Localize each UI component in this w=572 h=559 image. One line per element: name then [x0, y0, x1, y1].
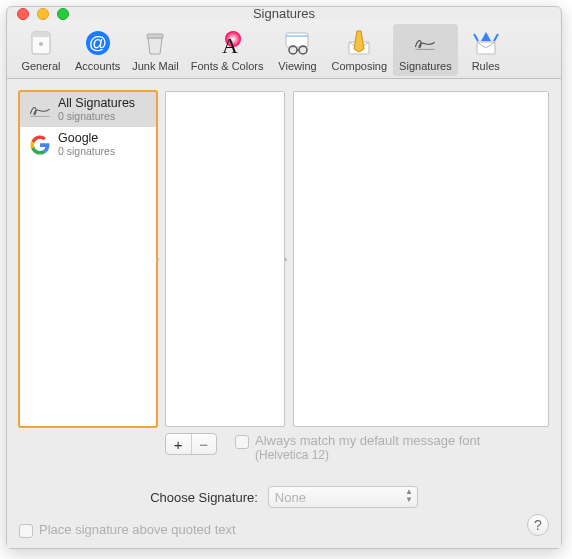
svg-rect-1 [32, 32, 50, 37]
general-icon [24, 26, 58, 60]
account-name: Google [58, 132, 115, 146]
help-button[interactable]: ? [527, 514, 549, 536]
tab-label: Viewing [278, 60, 316, 72]
fonts-colors-icon: A [210, 26, 244, 60]
account-text: All Signatures 0 signatures [58, 97, 135, 122]
rules-icon [469, 26, 503, 60]
tab-fonts-colors[interactable]: A Fonts & Colors [185, 24, 270, 76]
tab-composing[interactable]: Composing [325, 24, 393, 76]
minimize-window-button[interactable] [37, 8, 49, 20]
remove-signature-button[interactable]: − [192, 434, 217, 454]
choose-signature-select[interactable]: None ▲▼ [268, 486, 418, 508]
pencil-icon [342, 26, 376, 60]
tab-rules[interactable]: Rules [458, 24, 514, 76]
tab-signatures[interactable]: Signatures [393, 24, 458, 76]
choose-signature-value: None [275, 490, 306, 505]
preferences-window: Signatures General @ Accounts Junk Mail [6, 6, 562, 549]
svg-rect-8 [286, 33, 308, 47]
tab-label: General [21, 60, 60, 72]
match-font-checkbox[interactable] [235, 435, 249, 449]
svg-text:@: @ [88, 33, 106, 53]
signature-list-panel[interactable]: • [165, 91, 285, 427]
tab-label: Signatures [399, 60, 452, 72]
svg-text:A: A [222, 33, 238, 58]
close-window-button[interactable] [17, 8, 29, 20]
window-controls [7, 8, 69, 20]
signature-scribble-icon [28, 98, 52, 122]
window-title: Signatures [7, 6, 561, 21]
resize-handle-icon[interactable]: • [284, 249, 290, 269]
content-area: All Signatures 0 signatures Google 0 sig… [7, 79, 561, 548]
choose-signature-label: Choose Signature: [150, 490, 258, 505]
viewing-icon [280, 26, 314, 60]
place-above-label: Place signature above quoted text [39, 522, 236, 537]
place-above-checkbox-row[interactable]: Place signature above quoted text [19, 522, 549, 538]
tab-label: Composing [331, 60, 387, 72]
match-font-text: Always match my default message font (He… [255, 433, 480, 462]
tab-label: Fonts & Colors [191, 60, 264, 72]
place-above-row: Place signature above quoted text [19, 522, 549, 538]
match-font-checkbox-row[interactable]: Always match my default message font (He… [235, 433, 549, 462]
preferences-toolbar: General @ Accounts Junk Mail A Fonts & C… [7, 20, 561, 79]
place-above-checkbox[interactable] [19, 524, 33, 538]
tab-label: Accounts [75, 60, 120, 72]
svg-rect-5 [147, 34, 163, 38]
tab-viewing[interactable]: Viewing [269, 24, 325, 76]
account-google[interactable]: Google 0 signatures [20, 127, 156, 162]
choose-signature-row: Choose Signature: None ▲▼ [19, 486, 549, 508]
under-panels-row: + − Always match my default message font… [19, 433, 549, 462]
zoom-window-button[interactable] [57, 8, 69, 20]
account-count: 0 signatures [58, 111, 135, 123]
add-signature-button[interactable]: + [166, 434, 192, 454]
place-above-text: Place signature above quoted text [39, 522, 236, 537]
tab-general[interactable]: General [13, 24, 69, 76]
tab-junk-mail[interactable]: Junk Mail [126, 24, 184, 76]
add-remove-control: + − [165, 433, 217, 455]
trash-icon [138, 26, 172, 60]
tab-accounts[interactable]: @ Accounts [69, 24, 126, 76]
accounts-panel: All Signatures 0 signatures Google 0 sig… [19, 91, 157, 427]
panels: All Signatures 0 signatures Google 0 sig… [19, 91, 549, 427]
tab-label: Rules [472, 60, 500, 72]
tab-label: Junk Mail [132, 60, 178, 72]
account-name: All Signatures [58, 97, 135, 111]
select-arrows-icon: ▲▼ [405, 488, 413, 504]
account-count: 0 signatures [58, 146, 115, 158]
svg-point-2 [39, 42, 43, 46]
match-font-sublabel: (Helvetica 12) [255, 448, 480, 462]
match-font-label: Always match my default message font [255, 433, 480, 448]
signature-icon [408, 26, 442, 60]
help-icon: ? [534, 517, 542, 533]
signature-preview-panel[interactable] [293, 91, 549, 427]
account-text: Google 0 signatures [58, 132, 115, 157]
at-icon: @ [81, 26, 115, 60]
titlebar: Signatures [7, 7, 561, 20]
account-all-signatures[interactable]: All Signatures 0 signatures [20, 92, 156, 127]
google-icon [28, 133, 52, 157]
resize-handle-icon[interactable]: • [156, 249, 162, 269]
